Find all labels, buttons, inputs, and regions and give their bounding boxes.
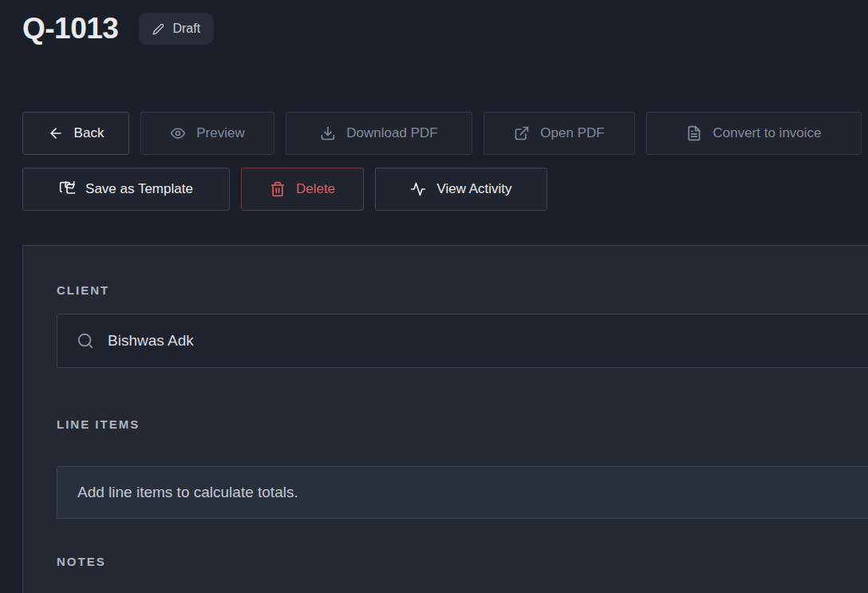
toolbar-row-2: Save as Template Delete View Activity: [22, 168, 868, 211]
client-search-input[interactable]: [108, 314, 868, 367]
arrow-left-icon: [48, 125, 64, 141]
preview-button-label: Preview: [196, 125, 244, 141]
eye-icon: [170, 125, 186, 141]
trash-icon: [270, 181, 286, 197]
line-items-empty-text: Add line items to calculate totals.: [77, 484, 298, 501]
back-button-label: Back: [74, 125, 105, 141]
convert-to-invoice-button-label: Convert to invoice: [712, 125, 821, 141]
client-search-box: [57, 314, 868, 368]
page-title: Q-1013: [22, 12, 118, 45]
download-pdf-button-label: Download PDF: [346, 125, 437, 141]
copy-icon: [59, 181, 75, 197]
client-section-label: CLIENT: [57, 283, 868, 297]
status-badge: Draft: [139, 13, 214, 45]
view-activity-button[interactable]: View Activity: [375, 168, 547, 211]
download-icon: [320, 125, 336, 141]
download-pdf-button[interactable]: Download PDF: [286, 112, 472, 155]
page-header: Q-1013 Draft: [0, 0, 868, 48]
preview-button[interactable]: Preview: [140, 112, 274, 155]
open-pdf-button-label: Open PDF: [540, 125, 604, 141]
delete-button-label: Delete: [296, 181, 335, 197]
quote-detail-panel: CLIENT LINE ITEMS Add line items to calc…: [22, 245, 868, 593]
save-as-template-button-label: Save as Template: [85, 181, 193, 197]
search-icon: [77, 332, 94, 350]
status-badge-label: Draft: [172, 22, 200, 36]
pencil-icon: [152, 23, 164, 35]
activity-icon: [410, 181, 426, 197]
save-as-template-button[interactable]: Save as Template: [22, 168, 230, 211]
line-items-empty-state: Add line items to calculate totals.: [57, 466, 868, 519]
back-button[interactable]: Back: [22, 112, 129, 155]
convert-to-invoice-button[interactable]: Convert to invoice: [646, 112, 862, 155]
notes-section-label: NOTES: [57, 555, 868, 568]
file-text-icon: [686, 125, 702, 141]
external-link-icon: [514, 125, 530, 141]
line-items-section-label: LINE ITEMS: [57, 417, 868, 431]
delete-button[interactable]: Delete: [241, 168, 364, 211]
toolbar-row-1: Back Preview Download PDF Open PDF Conve…: [22, 112, 868, 155]
view-activity-button-label: View Activity: [436, 181, 511, 197]
open-pdf-button[interactable]: Open PDF: [483, 112, 635, 155]
